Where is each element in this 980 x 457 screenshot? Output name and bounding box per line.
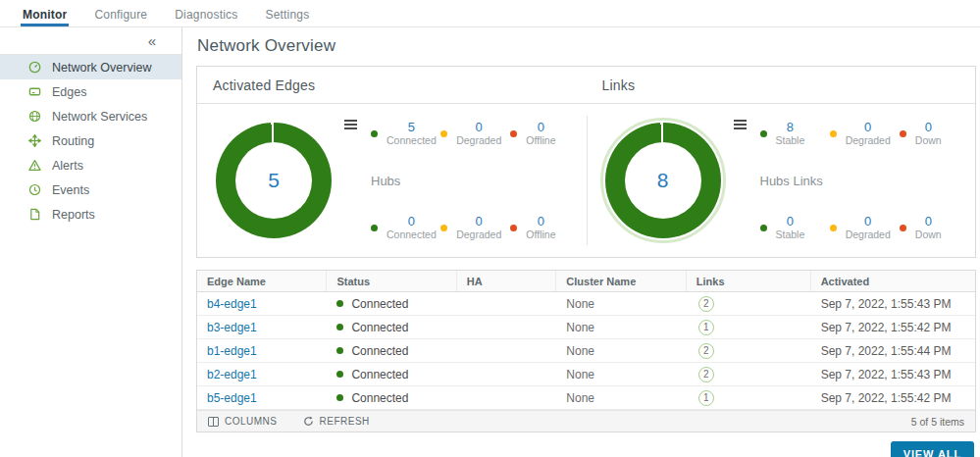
sidebar-item-alerts[interactable]: Alerts	[0, 153, 181, 178]
stat-label: Down	[915, 228, 942, 241]
yellow-dot-icon	[440, 225, 447, 231]
stat-degraded: 0Degraded	[830, 120, 900, 147]
table-row: b1-edge1 Connected None 2 Sep 7, 2022, 1…	[197, 339, 975, 363]
edge-name-link[interactable]: b1-edge1	[207, 344, 257, 358]
tab-diagnostics[interactable]: Diagnostics	[173, 0, 239, 26]
tab-settings[interactable]: Settings	[263, 0, 311, 26]
status-dot-icon	[336, 300, 343, 307]
edge-name-link[interactable]: b5-edge1	[207, 391, 257, 405]
red-dot-icon	[510, 225, 517, 231]
stat-label: Down	[915, 134, 942, 147]
col-header-status[interactable]: Status	[327, 271, 456, 291]
sidebar-item-label: Reports	[52, 208, 95, 222]
stat-degraded: 0Degraded	[440, 214, 510, 241]
stat-label: Stable	[776, 228, 805, 241]
stat-value: 0	[925, 214, 932, 228]
stat-offline: 0Offline	[510, 120, 580, 147]
stat-degraded: 0Degraded	[830, 214, 900, 241]
yellow-dot-icon	[830, 130, 837, 137]
main-content: Network Overview Activated Edges 5	[182, 27, 980, 457]
sidebar-item-label: Network Services	[52, 110, 147, 124]
tab-monitor[interactable]: Monitor	[21, 0, 69, 26]
links-donut-wrap: 8	[600, 118, 726, 243]
sidebar-item-reports[interactable]: Reports	[0, 202, 181, 227]
activated-edges-card-title: Activated Edges	[197, 67, 587, 104]
yellow-dot-icon	[830, 225, 837, 231]
status-text: Connected	[351, 297, 408, 311]
refresh-icon	[303, 416, 314, 427]
links-stats-row-bottom: 0Stable 0Degraded 0Down	[760, 214, 970, 241]
yellow-dot-icon	[440, 130, 447, 137]
sidebar-item-network-services[interactable]: Network Services	[0, 104, 181, 128]
col-header-links[interactable]: Links	[687, 271, 811, 291]
stat-label: Degraded	[846, 228, 891, 241]
gauge-icon	[28, 61, 41, 74]
activated-cell: Sep 7, 2022, 1:55:43 PM	[811, 297, 975, 311]
stat-value: 0	[476, 214, 483, 228]
actions-row: VIEW ALL	[196, 432, 976, 457]
collapse-sidebar-icon[interactable]: «	[148, 33, 156, 48]
stat-label: Degraded	[846, 134, 891, 147]
links-count-badge[interactable]: 2	[698, 343, 714, 359]
sidebar-item-network-overview[interactable]: Network Overview	[0, 55, 181, 79]
links-count-badge[interactable]: 1	[698, 320, 714, 335]
page-title: Network Overview	[197, 36, 976, 56]
table-row: b5-edge1 Connected None 1 Sep 7, 2022, 1…	[197, 386, 975, 410]
stat-stable: 8Stable	[760, 120, 830, 147]
refresh-button[interactable]: REFRESH	[303, 416, 370, 427]
sidebar-item-edges[interactable]: Edges	[0, 79, 181, 104]
globe-services-icon	[28, 110, 41, 123]
cluster-cell: None	[556, 344, 686, 358]
links-card: Links 8	[587, 67, 976, 257]
warning-triangle-icon	[28, 159, 41, 172]
edge-device-icon	[28, 85, 41, 98]
green-dot-icon	[760, 225, 767, 231]
edges-stats: 5Connected 0Degraded 0Offline Hubs	[371, 118, 581, 243]
cluster-cell: None	[556, 321, 686, 334]
tab-configure[interactable]: Configure	[92, 0, 149, 26]
sidebar-item-routing[interactable]: Routing	[0, 128, 181, 153]
sidebar: « Network Overview Edges Network Service…	[0, 27, 182, 457]
table-row: b3-edge1 Connected None 1 Sep 7, 2022, 1…	[197, 316, 975, 339]
chart-menu-icon[interactable]	[732, 116, 748, 133]
edge-name-link[interactable]: b4-edge1	[207, 297, 257, 311]
charts-panel: Activated Edges 5	[196, 66, 976, 258]
stat-connected: 5Connected	[371, 120, 440, 147]
green-dot-icon	[371, 225, 378, 231]
col-header-cluster-name[interactable]: Cluster Name	[556, 271, 686, 291]
stat-label: Stable	[776, 134, 805, 147]
columns-button[interactable]: COLUMNS	[208, 416, 278, 427]
view-all-button[interactable]: VIEW ALL	[891, 441, 974, 457]
table-header-row: Edge Name Status HA Cluster Name Links A…	[197, 271, 975, 292]
links-count-badge[interactable]: 1	[698, 390, 714, 406]
stat-value: 0	[787, 214, 794, 228]
status-text: Connected	[351, 321, 408, 334]
event-clock-icon	[28, 183, 41, 196]
links-card-title: Links	[587, 67, 976, 104]
edge-name-link[interactable]: b3-edge1	[207, 321, 257, 334]
links-count-badge[interactable]: 2	[698, 296, 714, 312]
col-header-activated[interactable]: Activated	[811, 271, 975, 291]
document-icon	[28, 208, 41, 221]
col-header-edge-name[interactable]: Edge Name	[197, 271, 327, 291]
chart-menu-icon[interactable]	[342, 116, 359, 133]
cluster-cell: None	[556, 297, 686, 311]
status-dot-icon	[336, 347, 343, 354]
sidebar-item-events[interactable]: Events	[0, 178, 181, 202]
hubs-group-label: Hubs	[371, 174, 581, 188]
links-count-badge[interactable]: 2	[698, 367, 714, 382]
activated-edges-card: Activated Edges 5	[197, 67, 587, 257]
stat-value: 0	[864, 120, 871, 134]
links-card-body: 8 8Stable	[587, 104, 976, 257]
top-nav: Monitor Configure Diagnostics Settings	[0, 0, 980, 27]
status-text: Connected	[351, 368, 408, 381]
edges-donut-value: 5	[268, 169, 280, 192]
activated-cell: Sep 7, 2022, 1:55:42 PM	[811, 321, 975, 334]
table-row: b4-edge1 Connected None 2 Sep 7, 2022, 1…	[197, 292, 975, 316]
green-dot-icon	[371, 130, 378, 137]
stat-label: Connected	[387, 228, 437, 241]
edge-name-link[interactable]: b2-edge1	[207, 368, 257, 381]
col-header-ha[interactable]: HA	[457, 271, 557, 291]
columns-icon	[208, 417, 219, 427]
edges-stats-row-top: 5Connected 0Degraded 0Offline	[371, 120, 581, 147]
